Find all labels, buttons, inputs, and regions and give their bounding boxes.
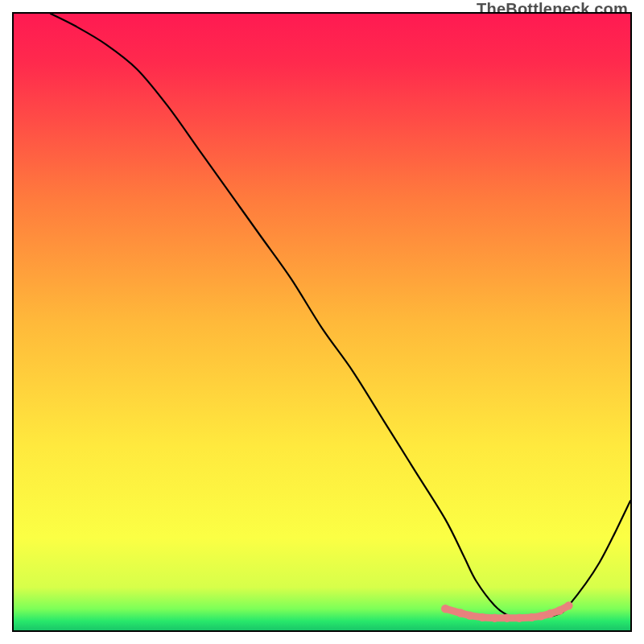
chart-frame — [12, 12, 632, 632]
valley-dot — [555, 606, 564, 614]
valley-dot — [503, 613, 511, 621]
valley-dot — [490, 613, 498, 621]
valley-dot — [564, 601, 572, 609]
valley-dot — [441, 605, 449, 613]
valley-dot — [546, 609, 554, 617]
valley-dot — [466, 611, 474, 619]
chart-svg — [14, 14, 630, 630]
valley-dot — [478, 613, 486, 621]
valley-dot — [456, 609, 464, 617]
valley-dot — [515, 613, 523, 621]
chart-background — [14, 14, 630, 630]
valley-dot — [537, 612, 545, 620]
valley-dot — [527, 613, 535, 621]
